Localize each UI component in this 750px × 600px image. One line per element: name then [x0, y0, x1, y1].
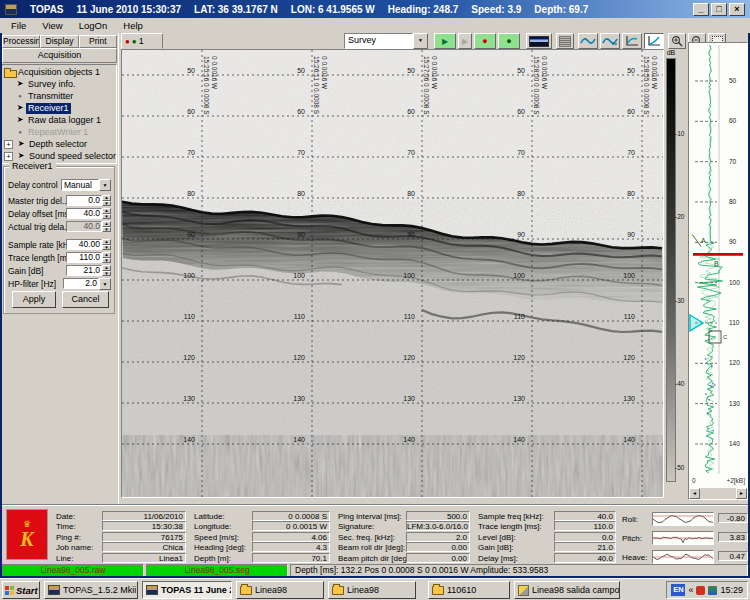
tree-item[interactable]: ➤Raw data logger 1 [3, 114, 116, 126]
adjust-display-button[interactable] [556, 33, 574, 49]
taskbar-button[interactable]: TOPAS 11 June 201... [142, 581, 232, 599]
spinner[interactable]: ▲▼ [102, 265, 111, 276]
dropdown-arrow-icon[interactable]: ▼ [413, 33, 428, 49]
survey-combo-value[interactable]: Survey [344, 33, 413, 49]
tree-item[interactable]: ●Transmitter [3, 90, 116, 102]
single-trace-panel[interactable]: 5060708090100110120130140ABC0+2[kB] ◄ ► [688, 42, 748, 500]
echo-travel-time-label: 50 [297, 67, 305, 74]
field-input[interactable]: 110.0 [66, 252, 102, 263]
tree-item[interactable]: ➤Survey info. [3, 78, 116, 90]
field-input[interactable]: 2.0 [63, 278, 99, 289]
app-icon [5, 4, 17, 15]
taskbar-button[interactable]: Linea98 [328, 581, 416, 599]
close-button[interactable]: × [729, 3, 745, 16]
delay-control-select[interactable]: Manual [61, 179, 99, 191]
start-button[interactable]: Start [2, 581, 40, 599]
spin-down-icon[interactable]: ▼ [102, 258, 111, 264]
tab-processing[interactable]: Processing [2, 35, 40, 48]
pause-button[interactable]: ▶ [458, 33, 472, 49]
spin-down-icon[interactable]: ▼ [102, 245, 111, 251]
echo-travel-time-label: 130 [623, 395, 635, 402]
dropdown-arrow-icon[interactable]: ▼ [99, 278, 111, 290]
minimize-button[interactable]: _ [693, 3, 709, 16]
spinner[interactable]: ▲▼ [102, 239, 111, 250]
scroll-right-icon[interactable]: ► [736, 488, 747, 499]
tab-acquisition[interactable]: Acquisition [2, 48, 117, 63]
marker-a-label[interactable]: A [701, 237, 706, 244]
cursor-icon: ➤ [14, 114, 26, 126]
echogram-view-tab[interactable]: ● ● 1 [121, 33, 163, 49]
start-pinging-button[interactable]: ▶ [434, 33, 456, 49]
dot-icon: ● [14, 126, 26, 138]
tray-app-icon[interactable] [696, 586, 705, 595]
spin-down-icon[interactable]: ▼ [102, 227, 111, 233]
tree-item[interactable]: +➤Depth selector [3, 138, 116, 150]
trace-view-button[interactable] [578, 33, 598, 49]
scroll-left-icon[interactable]: ◄ [689, 488, 700, 499]
spinner[interactable]: ▲▼ [102, 208, 111, 219]
taskbar-button[interactable]: Linea98 [236, 581, 324, 599]
field-input[interactable]: 40.00 [66, 239, 102, 250]
spin-down-icon[interactable]: ▼ [102, 201, 111, 207]
echo-travel-time-label: 50 [407, 67, 415, 74]
pause-icon: ▶ [462, 37, 468, 46]
status-field-value: 11/06/2010 [102, 511, 186, 521]
status-field-label: Longitude: [194, 522, 250, 531]
motion-label: Pitch: [622, 534, 650, 543]
plot-view2-button[interactable] [644, 33, 664, 49]
tab-display[interactable]: Display [40, 35, 78, 48]
spinner[interactable]: ▲▼ [102, 195, 111, 206]
marker-c-label[interactable]: C [723, 334, 728, 340]
menu-view[interactable]: View [35, 19, 69, 32]
tree-item-label: Survey info. [26, 79, 78, 90]
winzip-icon [518, 585, 529, 596]
echogram-image[interactable]: 506070809010011012013014015:25:16 0 0.00… [122, 50, 663, 497]
trace-scrollbar[interactable]: ◄ ► [689, 488, 747, 499]
spinner[interactable]: ▲▼ [102, 221, 111, 232]
cancel-button[interactable]: Cancel [62, 291, 109, 308]
language-indicator[interactable]: EN [671, 584, 685, 596]
survey-mode-combo[interactable]: Survey ▼ [344, 33, 428, 49]
expander-icon[interactable]: + [4, 140, 13, 149]
tree-item[interactable]: ➤Receiver1 [3, 102, 116, 114]
record-raw-button[interactable]: ● [474, 33, 496, 49]
echo-travel-time-label: 50 [517, 67, 525, 74]
spin-down-icon[interactable]: ▼ [102, 214, 111, 220]
tree-item[interactable]: Acquisition objects 1 [3, 66, 116, 78]
plot-view-button[interactable] [622, 33, 642, 49]
apply-button[interactable]: Apply [12, 291, 56, 308]
field-input[interactable]: 40.0 [66, 208, 102, 219]
spinner[interactable]: ▲▼ [102, 252, 111, 263]
colorbar-tick-label: -10 [675, 130, 684, 137]
menu-logon[interactable]: LogOn [72, 19, 115, 32]
waterfall-display-button[interactable] [526, 33, 552, 49]
field-input[interactable]: 21.0 [66, 265, 102, 276]
echo-travel-time-label: 100 [293, 272, 305, 279]
adjust-icon [559, 36, 571, 47]
tray-chevrons-icon[interactable]: « [688, 585, 693, 595]
taskbar-button[interactable]: TOPAS_1.5.2 Mkii [44, 581, 138, 599]
spin-down-icon[interactable]: ▼ [102, 271, 111, 277]
colorbar-tick-label: -30 [675, 297, 684, 304]
echo-position-label: 0 0.0016 W [431, 56, 438, 90]
record-seg-button[interactable]: ● [498, 33, 520, 49]
taskbar-button[interactable]: Linea98 salida campo de ... [514, 581, 620, 599]
echo-travel-time-label: 70 [297, 149, 305, 156]
expander-icon[interactable]: + [4, 152, 13, 161]
taskbar-button[interactable]: 110610 [428, 581, 510, 599]
trace-view2-button[interactable] [600, 33, 620, 49]
marker-b-label[interactable]: B [714, 260, 719, 267]
field-input[interactable]: 0.0 [66, 195, 102, 206]
tab-print[interactable]: Print [79, 35, 117, 48]
tray-network-icon[interactable] [708, 586, 717, 595]
maximize-button[interactable]: □ [711, 3, 727, 16]
echogram-panel[interactable]: 506070809010011012013014015:25:16 0 0.00… [121, 49, 664, 498]
menu-file[interactable]: File [4, 19, 33, 32]
zoom-in-button[interactable] [668, 33, 686, 49]
tree-item[interactable]: ●RepeatWriter 1 [3, 126, 116, 138]
status-field-value: 0.00 [406, 542, 470, 552]
echo-travel-time-label: 110 [624, 313, 635, 320]
menu-help[interactable]: Help [116, 19, 150, 32]
dropdown-arrow-icon[interactable]: ▼ [99, 179, 111, 191]
field-label: HP-filter [Hz] [8, 279, 63, 289]
